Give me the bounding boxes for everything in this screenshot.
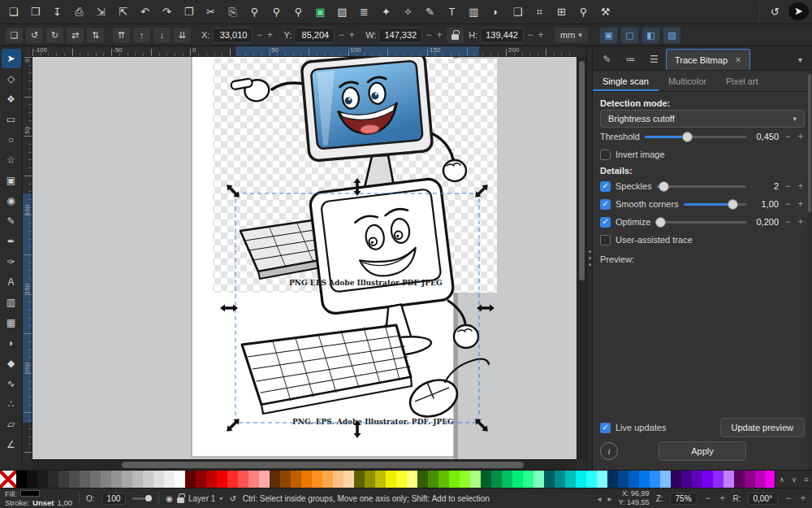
palette-swatch[interactable]	[407, 471, 417, 488]
flip-vertical-icon[interactable]: ⇅	[86, 27, 105, 44]
node-tool[interactable]: ◇	[2, 69, 21, 89]
palette-swatch[interactable]	[544, 471, 555, 488]
palette-scroll-up-button[interactable]: ∧	[779, 475, 784, 484]
palette-menu-button[interactable]: ≡	[804, 475, 808, 484]
palette-swatch[interactable]	[396, 471, 407, 488]
tweak-tool[interactable]: ∿	[2, 374, 21, 393]
tab-trace-bitmap[interactable]: Trace Bitmap ✕	[666, 49, 750, 70]
palette-swatch[interactable]	[386, 471, 396, 488]
palette-swatch[interactable]	[111, 471, 122, 488]
palette-swatch[interactable]	[555, 471, 565, 488]
update-preview-button[interactable]: Update preview	[720, 418, 805, 437]
close-icon[interactable]: ✕	[735, 55, 741, 64]
canvas[interactable]: PNG EPS Adobe Illustrator PDF JPEG	[32, 57, 577, 459]
y-field[interactable]: 85,204	[294, 28, 335, 43]
threshold-decrement-button[interactable]: −	[784, 131, 792, 142]
palette-swatch[interactable]	[80, 471, 90, 488]
live-updates-checkbox[interactable]	[600, 423, 611, 433]
spiral-tool[interactable]: ◉	[2, 191, 21, 211]
palette-swatch[interactable]	[301, 471, 312, 488]
palette-swatch[interactable]	[365, 471, 375, 488]
palette-swatch[interactable]	[196, 471, 206, 488]
next-message-button[interactable]: ▸	[608, 494, 612, 503]
horizontal-ruler[interactable]: -100 -50 0 50 100 150 200	[32, 46, 577, 57]
mesh-tool[interactable]: ▦	[2, 313, 21, 332]
rotate-view-icon[interactable]: ↺	[765, 2, 785, 22]
draw-pen-icon[interactable]: ✎	[420, 2, 440, 22]
print-icon[interactable]: ⎙	[69, 2, 89, 22]
palette-swatch[interactable]	[259, 471, 270, 488]
gradient-tool[interactable]: ▥	[2, 293, 21, 312]
import-icon[interactable]: ⇲	[91, 2, 111, 22]
y-decrement-button[interactable]: −	[337, 29, 345, 41]
palette-swatch[interactable]	[470, 471, 481, 488]
palette-swatch[interactable]	[460, 471, 470, 488]
undo-icon[interactable]: ↶	[135, 2, 155, 22]
drawing-viewport[interactable]: PNG EPS Adobe Illustrator PDF JPEG	[32, 57, 577, 459]
palette-swatch[interactable]	[322, 471, 333, 488]
zoom-drawing-icon[interactable]: ⚲	[266, 2, 287, 22]
pen-tool[interactable]: ✒	[2, 232, 21, 251]
lock-ratio-toggle[interactable]	[446, 27, 464, 44]
smooth-corners-decrement-button[interactable]: −	[784, 198, 792, 210]
palette-swatch[interactable]	[101, 471, 111, 488]
palette-swatch[interactable]	[650, 471, 660, 488]
palette-swatch[interactable]	[692, 471, 702, 488]
palette-scroll-down-button[interactable]: ∨	[792, 475, 797, 484]
speckles-value[interactable]: 2	[751, 181, 779, 191]
palette-swatch[interactable]	[745, 471, 755, 488]
height-decrement-button[interactable]: −	[526, 29, 534, 41]
opacity-field[interactable]: 100	[102, 493, 127, 505]
paint-bucket-tool[interactable]: ◆	[2, 354, 21, 373]
rotate-ccw-icon[interactable]: ↺	[25, 27, 44, 44]
threshold-slider[interactable]	[645, 130, 746, 143]
palette-swatch[interactable]	[618, 471, 628, 488]
speckles-checkbox[interactable]	[600, 181, 611, 192]
shape-builder-tool[interactable]: ❖	[2, 89, 21, 109]
ellipse-tool[interactable]: ○	[2, 130, 21, 150]
export-icon[interactable]: ⇱	[113, 2, 133, 22]
star-tool[interactable]: ☆	[2, 150, 21, 170]
invert-image-checkbox[interactable]	[600, 150, 611, 160]
zoom-selection-icon[interactable]: ⚲	[244, 2, 265, 22]
palette-swatch[interactable]	[90, 471, 101, 488]
panel-splitter[interactable]	[586, 46, 593, 470]
speckles-decrement-button[interactable]: −	[784, 180, 792, 192]
palette-swatch[interactable]	[523, 471, 533, 488]
width-increment-button[interactable]: +	[435, 29, 443, 41]
palette-swatch[interactable]	[502, 471, 512, 488]
stroke-width-value[interactable]: 1,00	[58, 499, 73, 507]
select-all-icon[interactable]: ❏	[5, 27, 24, 44]
palette-swatch[interactable]	[607, 471, 618, 488]
height-field[interactable]: 139,442	[480, 28, 524, 43]
palette-swatch[interactable]	[122, 471, 132, 488]
copy-icon[interactable]: ❐	[179, 2, 199, 22]
rotation-field[interactable]: 0,00°	[748, 493, 778, 505]
palette-swatch[interactable]	[16, 471, 27, 488]
palette-swatch[interactable]	[58, 471, 69, 488]
chevron-down-icon[interactable]: ▾	[791, 55, 810, 64]
align-dialog-icon[interactable]: ⊞	[551, 2, 572, 22]
text-tool[interactable]: A	[2, 272, 21, 292]
lower-icon[interactable]: ↓	[153, 27, 171, 44]
width-decrement-button[interactable]: −	[425, 29, 433, 41]
vertical-scrollbar[interactable]	[577, 57, 586, 459]
preferences-icon[interactable]: ⚒	[595, 2, 615, 22]
raise-icon[interactable]: ↑	[132, 27, 151, 44]
vertical-ruler[interactable]: 0 50 100 150 200	[23, 57, 32, 459]
palette-swatch[interactable]	[164, 471, 175, 488]
height-increment-button[interactable]: +	[537, 29, 545, 41]
palette-swatch[interactable]	[153, 471, 164, 488]
palette-swatch[interactable]	[270, 471, 280, 488]
horizontal-scrollbar[interactable]	[32, 459, 577, 470]
xml-editor-icon[interactable]: ⌗	[529, 2, 550, 22]
spray-tool[interactable]: ∴	[2, 394, 21, 414]
symbols-dialog-icon[interactable]: ✦	[376, 2, 396, 22]
smooth-corners-checkbox[interactable]	[600, 199, 611, 210]
palette-swatch[interactable]	[417, 471, 428, 488]
palette-swatch[interactable]	[343, 471, 354, 488]
find-icon[interactable]: ⚲	[573, 2, 594, 22]
zoom-page-icon[interactable]: ⚲	[288, 2, 309, 22]
rotation-increment-button[interactable]: +	[799, 493, 807, 504]
scale-gradient-toggle[interactable]: ◧	[641, 27, 660, 44]
